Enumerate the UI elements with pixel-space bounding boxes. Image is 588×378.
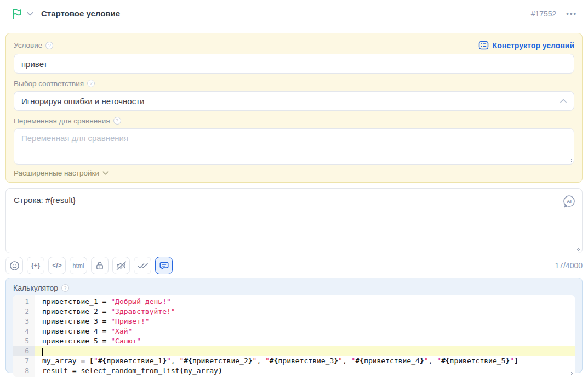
condition-input[interactable] xyxy=(14,54,574,74)
insert-variable-button[interactable]: {+} xyxy=(27,257,44,274)
more-menu-icon[interactable]: ••• xyxy=(566,9,577,18)
code-lines[interactable]: приветствие_1 = "Добрый день!"приветстви… xyxy=(35,295,575,377)
line-number: 5 xyxy=(13,336,35,346)
double-check-icon xyxy=(137,262,149,269)
help-icon[interactable]: ? xyxy=(113,117,121,125)
sound-off-icon xyxy=(116,261,127,271)
emoji-button[interactable] xyxy=(5,257,23,274)
header-chevron-down-icon[interactable] xyxy=(27,12,33,16)
line-number: 7 xyxy=(13,356,35,366)
calculator-panel: Калькулятор ? 12345678 приветствие_1 = "… xyxy=(5,278,583,373)
double-check-button[interactable] xyxy=(134,257,151,274)
flag-icon[interactable] xyxy=(11,8,23,20)
page-title: Стартовое условие xyxy=(41,9,120,18)
condition-label: Условие ? xyxy=(14,41,53,50)
emoji-icon xyxy=(9,261,20,271)
resize-handle-icon[interactable] xyxy=(568,158,573,163)
code-line[interactable]: приветствие_4 = "Хай" xyxy=(35,326,575,336)
chevron-up-icon xyxy=(560,99,567,103)
condition-constructor-link[interactable]: Конструктор условий xyxy=(478,40,574,50)
condition-panel: Условие ? Конструктор условий xyxy=(5,33,583,183)
header: Стартовое условие #17552 ••• xyxy=(0,0,588,27)
calculator-label: Калькулятор ? xyxy=(13,284,575,292)
code-line[interactable]: result = select_random_from_list(my_arra… xyxy=(35,366,575,376)
char-counter: 17/4000 xyxy=(555,261,583,270)
editor-toolbar: {+} </> html xyxy=(5,257,583,274)
match-label: Выбор соответствия ? xyxy=(14,79,574,88)
line-number: 4 xyxy=(13,326,35,336)
help-icon[interactable]: ? xyxy=(45,42,53,49)
comment-button[interactable] xyxy=(155,257,173,274)
code-line[interactable]: приветствие_2 = "Здравствуйте!" xyxy=(35,307,575,317)
chevron-down-icon xyxy=(102,171,109,175)
help-icon[interactable]: ? xyxy=(61,284,69,292)
resize-handle-icon[interactable] xyxy=(568,370,573,375)
help-icon[interactable]: ? xyxy=(87,80,95,87)
condition-block-editor: Стартовое условие #17552 ••• Условие ? xyxy=(0,0,588,378)
lock-button[interactable] xyxy=(91,257,109,274)
message-editor[interactable]: Строка: #{result} AI xyxy=(5,188,583,253)
insert-code-button[interactable]: </> xyxy=(48,257,66,274)
lock-icon xyxy=(95,261,105,270)
match-select[interactable]: Игнорируя ошибки и неточности xyxy=(14,91,574,111)
comment-icon xyxy=(159,261,169,271)
html-mode-button[interactable]: html xyxy=(70,257,87,274)
code-line[interactable]: приветствие_1 = "Добрый день!" xyxy=(35,297,575,307)
svg-text:AI: AI xyxy=(567,199,572,204)
message-text[interactable]: Строка: #{result} xyxy=(14,195,574,205)
text-cursor xyxy=(42,348,43,356)
code-line[interactable]: my_array = ["#{приветствие_1}", "#{приве… xyxy=(35,356,575,366)
variable-label: Переменная для сравнения ? xyxy=(14,116,574,125)
code-line[interactable]: приветствие_3 = "Привет!" xyxy=(35,317,575,326)
advanced-settings-toggle[interactable]: Расширенные настройки xyxy=(14,169,109,177)
code-editor[interactable]: 12345678 приветствие_1 = "Добрый день!"п… xyxy=(13,295,575,377)
code-gutter: 12345678 xyxy=(13,295,35,377)
code-line[interactable] xyxy=(35,346,575,356)
ai-assistant-button[interactable]: AI xyxy=(562,194,576,209)
line-number: 3 xyxy=(13,317,35,326)
line-number: 2 xyxy=(13,307,35,317)
variable-textarea[interactable] xyxy=(14,128,574,165)
constructor-icon xyxy=(478,40,489,50)
sound-off-button[interactable] xyxy=(112,257,130,274)
block-id: #17552 xyxy=(531,9,557,18)
line-number: 6 xyxy=(13,346,35,356)
line-number: 8 xyxy=(13,366,35,376)
line-number: 1 xyxy=(13,297,35,307)
code-line[interactable]: приветствие_5 = "Салют" xyxy=(35,336,575,346)
resize-handle-icon[interactable] xyxy=(575,246,580,251)
